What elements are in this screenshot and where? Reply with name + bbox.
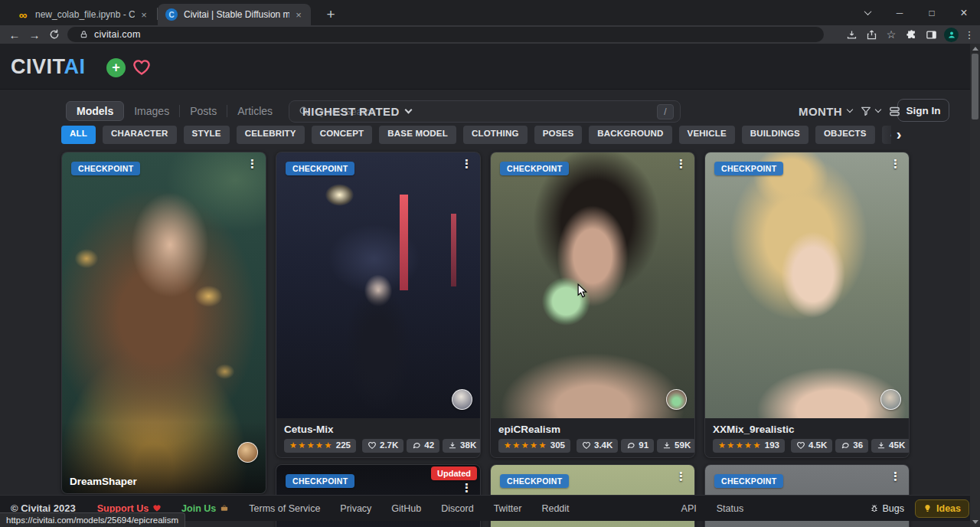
address-bar[interactable]: civitai.com bbox=[67, 27, 824, 42]
url-text: civitai.com bbox=[94, 29, 141, 40]
scrollbar-up-arrow-icon[interactable] bbox=[972, 47, 978, 51]
model-card-dreamshaper[interactable]: CHECKPOINT ⋮ DreamShaper bbox=[61, 152, 266, 494]
bookmark-star-icon[interactable]: ☆ bbox=[881, 28, 901, 41]
browser-tab-civitai[interactable]: Civitai | Stable Diffusion models, × bbox=[158, 4, 311, 25]
creator-avatar[interactable] bbox=[237, 442, 258, 463]
heart-icon bbox=[582, 441, 591, 450]
tab-close-icon[interactable]: × bbox=[138, 9, 150, 21]
save-page-icon[interactable] bbox=[841, 29, 861, 41]
card-menu-kebab-icon[interactable]: ⋮ bbox=[675, 158, 687, 169]
civitai-logo[interactable]: CIVITAI bbox=[11, 55, 86, 79]
tab-articles[interactable]: Articles bbox=[227, 102, 283, 120]
footer-link-discord[interactable]: Discord bbox=[441, 503, 473, 514]
back-icon[interactable]: ← bbox=[5, 28, 24, 41]
layout-toggle-button[interactable] bbox=[888, 105, 901, 118]
forward-icon[interactable]: → bbox=[24, 28, 44, 41]
scrollbar-down-arrow-icon[interactable] bbox=[972, 520, 978, 524]
scroll-categories-right-icon[interactable]: › bbox=[890, 125, 907, 143]
scrollbar-thumb[interactable] bbox=[972, 54, 978, 119]
category-chip-concept[interactable]: CONCEPT bbox=[312, 126, 373, 144]
category-chip-buildings[interactable]: BUILDINGS bbox=[742, 126, 808, 144]
category-chip-poses[interactable]: POSES bbox=[534, 126, 583, 144]
rating-pill: 225 bbox=[284, 439, 356, 453]
footer-link-api[interactable]: API bbox=[681, 503, 697, 514]
card-menu-kebab-icon[interactable]: ⋮ bbox=[675, 470, 687, 482]
tab-strip: new_colab_file.ipynb - Colaborat × Civit… bbox=[0, 0, 980, 25]
category-chip-vehicle[interactable]: VEHICLE bbox=[679, 126, 735, 144]
category-chip-clothing[interactable]: CLOTHING bbox=[463, 126, 528, 144]
checkpoint-badge: CHECKPOINT bbox=[71, 162, 140, 175]
heart-icon bbox=[796, 441, 805, 450]
category-chip-base-model[interactable]: BASE MODEL bbox=[379, 126, 456, 144]
browser-profile-avatar[interactable] bbox=[944, 28, 959, 42]
tab-close-icon[interactable]: × bbox=[292, 9, 305, 21]
reload-icon[interactable] bbox=[44, 29, 64, 40]
card-menu-kebab-icon[interactable]: ⋮ bbox=[461, 482, 472, 493]
footer-link-twitter[interactable]: Twitter bbox=[494, 503, 522, 514]
ideas-button[interactable]: Ideas bbox=[915, 499, 969, 518]
footer-link-github[interactable]: GitHub bbox=[391, 503, 421, 514]
card-menu-kebab-icon[interactable]: ⋮ bbox=[461, 158, 472, 169]
tab-posts[interactable]: Posts bbox=[180, 102, 227, 120]
model-card-cetus-mix[interactable]: CHECKPOINT ⋮ Cetus-Mix 225 2.7K 42 38K bbox=[276, 152, 481, 458]
new-tab-button[interactable]: + bbox=[320, 4, 341, 25]
card-menu-kebab-icon[interactable]: ⋮ bbox=[890, 158, 901, 169]
share-icon[interactable] bbox=[861, 29, 881, 41]
browser-menu-kebab-icon[interactable]: ⋮ bbox=[962, 29, 977, 41]
period-dropdown[interactable]: MONTH bbox=[799, 105, 852, 118]
download-icon bbox=[662, 441, 671, 450]
bugs-button[interactable]: Bugs bbox=[870, 503, 905, 514]
downloads-pill: 38K bbox=[443, 439, 481, 453]
footer-link-privacy[interactable]: Privacy bbox=[340, 503, 371, 514]
filter-funnel-button[interactable] bbox=[860, 105, 880, 117]
side-panel-icon[interactable] bbox=[921, 29, 941, 41]
footer-link-reddit[interactable]: Reddit bbox=[541, 503, 569, 514]
checkpoint-badge: CHECKPOINT bbox=[714, 474, 783, 488]
model-image: CHECKPOINT ⋮ bbox=[491, 152, 694, 418]
category-chip-celebrity[interactable]: CELEBRITY bbox=[237, 126, 305, 144]
star-icons bbox=[289, 441, 333, 450]
close-window-button[interactable]: × bbox=[948, 0, 980, 25]
sort-dropdown[interactable]: HIGHEST RATED bbox=[302, 105, 411, 118]
browser-tab-colab[interactable]: new_colab_file.ipynb - Colaborat × bbox=[9, 4, 156, 25]
creator-avatar[interactable] bbox=[452, 389, 472, 410]
favorites-heart-icon[interactable] bbox=[132, 58, 152, 77]
model-image: CHECKPOINT ⋮ bbox=[705, 152, 909, 418]
create-plus-button[interactable]: + bbox=[106, 58, 126, 77]
card-menu-kebab-icon[interactable]: ⋮ bbox=[247, 158, 258, 169]
tab-models[interactable]: Models bbox=[66, 101, 124, 121]
creator-avatar[interactable] bbox=[666, 389, 687, 410]
footer-link-join-us[interactable]: Join Us bbox=[181, 503, 229, 514]
model-image: CHECKPOINT ⋮ DreamShaper bbox=[62, 152, 266, 494]
minimize-button[interactable]: ─ bbox=[884, 0, 916, 25]
page-scrollbar[interactable] bbox=[970, 44, 980, 527]
footer-link-terms[interactable]: Terms of Service bbox=[249, 503, 320, 514]
model-title: epiCRealism bbox=[498, 424, 687, 435]
tab-images[interactable]: Images bbox=[124, 102, 179, 120]
footer-link-status[interactable]: Status bbox=[717, 503, 743, 514]
category-chip-style[interactable]: STYLE bbox=[184, 126, 230, 144]
star-icons bbox=[504, 441, 547, 450]
model-card-epicrealism[interactable]: CHECKPOINT ⋮ epiCRealism 305 3.4K 91 59K bbox=[490, 152, 695, 458]
lock-icon bbox=[80, 30, 88, 39]
category-chip-all[interactable]: ALL bbox=[61, 126, 96, 144]
checkpoint-badge: CHECKPOINT bbox=[286, 162, 354, 175]
maximize-button[interactable]: □ bbox=[916, 0, 948, 25]
category-chip-objects[interactable]: OBJECTS bbox=[815, 126, 875, 144]
browser-window: new_colab_file.ipynb - Colaborat × Civit… bbox=[0, 0, 980, 527]
window-controls: ─ □ × bbox=[851, 0, 980, 25]
category-chip-character[interactable]: CHARACTER bbox=[103, 126, 177, 144]
heart-icon bbox=[368, 441, 377, 450]
chevron-down-icon bbox=[847, 106, 853, 113]
card-info: Cetus-Mix 225 2.7K 42 38K bbox=[276, 418, 480, 458]
creator-avatar[interactable] bbox=[880, 389, 901, 410]
model-card-xxmix-9realistic[interactable]: CHECKPOINT ⋮ XXMix_9realistic 193 4.5K 3… bbox=[704, 152, 910, 458]
comments-pill: 42 bbox=[407, 439, 439, 453]
tab-search-chevron-icon[interactable] bbox=[851, 0, 884, 25]
colab-favicon-icon bbox=[17, 8, 29, 21]
card-menu-kebab-icon[interactable]: ⋮ bbox=[890, 470, 901, 482]
sign-in-button[interactable]: Sign In bbox=[897, 99, 949, 122]
category-chip-background[interactable]: BACKGROUND bbox=[589, 126, 671, 144]
extensions-puzzle-icon[interactable] bbox=[901, 29, 921, 41]
rating-pill: 193 bbox=[713, 439, 785, 453]
